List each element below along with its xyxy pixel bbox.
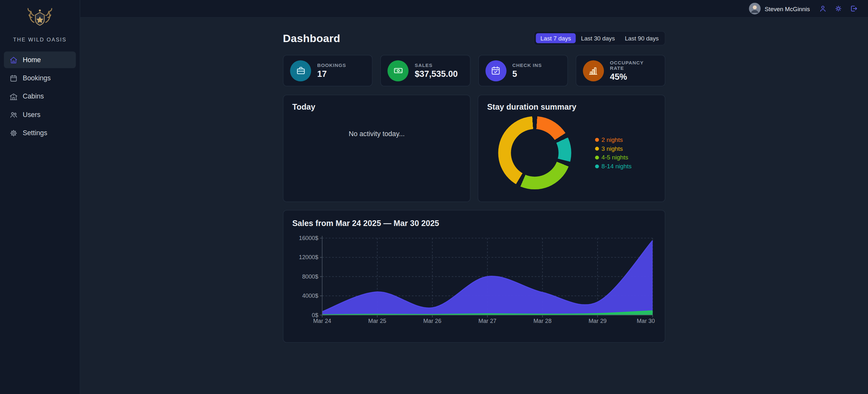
today-empty-message: No activity today...	[292, 130, 461, 138]
stat-card-sales: SALES $37,535.00	[380, 55, 470, 86]
x-tick-label: Mar 27	[478, 317, 496, 324]
header-actions	[818, 3, 859, 14]
gear-icon	[9, 129, 18, 137]
today-title: Today	[292, 102, 461, 111]
sidebar-item-users[interactable]: Users	[4, 107, 76, 123]
stay-duration-donut	[498, 116, 571, 189]
y-tick-label: 12000$	[299, 254, 318, 261]
dark-mode-toggle[interactable]	[833, 3, 843, 14]
stats-row: BOOKINGS 17 SALES $37,535.00	[283, 55, 665, 86]
stat-label: SALES	[415, 62, 458, 68]
user-name: Steven McGinnis	[765, 5, 810, 12]
stat-card-bookings: BOOKINGS 17	[283, 55, 373, 86]
legend-label: 3 nights	[601, 145, 623, 152]
filter-last-7-days[interactable]: Last 7 days	[536, 33, 576, 43]
header: Steven McGinnis	[80, 0, 868, 18]
legend-label: 2 nights	[601, 136, 623, 143]
sidebar-item-home[interactable]: Home	[4, 52, 76, 68]
legend-item: 8-14 nights	[595, 163, 631, 170]
legend-dot	[595, 138, 599, 142]
legend-item: 4-5 nights	[595, 154, 631, 161]
stay-duration-legend: 2 nights 3 nights 4-5 nights	[595, 136, 631, 169]
stat-value: 17	[317, 69, 346, 79]
legend-label: 8-14 nights	[601, 163, 632, 170]
x-tick-label: Mar 26	[423, 317, 441, 324]
sales-area-chart-svg: 0$4000$8000$12000$16000$Mar 24Mar 25Mar …	[292, 234, 664, 328]
stat-label: OCCUPANCY RATE	[610, 60, 658, 71]
stat-value: $37,535.00	[415, 69, 458, 79]
calendar-check-icon	[490, 65, 501, 76]
stat-label: CHECK INS	[513, 62, 542, 68]
x-tick-label: Mar 25	[368, 317, 386, 324]
stay-duration-title: Stay duration summary	[487, 102, 656, 111]
legend-item: 2 nights	[595, 136, 631, 143]
stat-value: 5	[513, 69, 542, 79]
stat-card-check-ins: CHECK INS 5	[478, 55, 568, 86]
stat-icon-circle	[583, 60, 604, 81]
date-range-filter: Last 7 days Last 30 days Last 90 days	[534, 31, 665, 45]
sidebar-item-label: Users	[23, 111, 40, 118]
logout-button[interactable]	[848, 3, 859, 14]
y-tick-label: 16000$	[299, 235, 318, 241]
sidebar-item-label: Cabins	[23, 92, 44, 100]
app-name: THE WILD OASIS	[13, 37, 67, 43]
sidebar-nav: Home Bookings Cabins Users	[0, 52, 80, 141]
user-chip: Steven McGinnis	[749, 3, 810, 14]
filter-last-90-days[interactable]: Last 90 days	[620, 33, 663, 43]
cabin-icon	[9, 92, 18, 100]
bar-chart-icon	[588, 65, 598, 76]
app-logo-image	[25, 5, 55, 33]
x-tick-label: Mar 30	[637, 317, 655, 324]
stay-duration-card: Stay duration summary 2 nights 3 nights	[478, 95, 665, 202]
y-tick-label: 4000$	[302, 292, 318, 299]
sales-chart-card: Sales from Mar 24 2025 — Mar 30 2025 0$4…	[283, 210, 665, 343]
x-tick-label: Mar 24	[313, 317, 331, 324]
filter-last-30-days[interactable]: Last 30 days	[577, 33, 619, 43]
app-logo: THE WILD OASIS	[0, 5, 80, 42]
legend-dot	[595, 164, 599, 168]
sidebar-item-cabins[interactable]: Cabins	[4, 88, 76, 104]
legend-dot	[595, 155, 599, 159]
banknotes-icon	[393, 65, 403, 76]
main-area: Dashboard Last 7 days Last 30 days Last …	[80, 18, 868, 394]
users-icon	[9, 111, 18, 119]
sidebar-item-label: Home	[23, 56, 41, 63]
sidebar-item-label: Settings	[23, 129, 47, 137]
stat-card-occupancy: OCCUPANCY RATE 45%	[576, 55, 665, 86]
stat-icon-circle	[485, 60, 506, 81]
y-tick-label: 8000$	[302, 273, 318, 280]
calendar-icon	[9, 74, 18, 82]
avatar-image	[749, 3, 761, 14]
sales-area-chart: 0$4000$8000$12000$16000$Mar 24Mar 25Mar …	[292, 234, 656, 330]
user-icon	[818, 4, 827, 13]
sidebar-item-settings[interactable]: Settings	[4, 125, 76, 141]
sidebar: THE WILD OASIS Home Bookings Cabins	[0, 0, 80, 394]
avatar	[749, 3, 761, 14]
x-tick-label: Mar 28	[533, 317, 552, 324]
user-button[interactable]	[818, 3, 828, 14]
page-title: Dashboard	[283, 32, 340, 44]
briefcase-icon	[296, 65, 306, 76]
stat-value: 45%	[610, 72, 658, 82]
today-activity-card: Today No activity today...	[283, 95, 471, 202]
stat-icon-circle	[290, 60, 311, 81]
legend-label: 4-5 nights	[601, 154, 628, 161]
stat-label: BOOKINGS	[317, 62, 346, 68]
sales-chart-title: Sales from Mar 24 2025 — Mar 30 2025	[292, 219, 656, 228]
legend-item: 3 nights	[595, 145, 631, 152]
stat-icon-circle	[388, 60, 408, 81]
legend-dot	[595, 146, 599, 150]
home-icon	[9, 56, 18, 64]
sun-icon	[834, 4, 842, 13]
app-root: THE WILD OASIS Home Bookings Cabins	[0, 0, 868, 394]
sidebar-item-bookings[interactable]: Bookings	[4, 70, 76, 86]
x-tick-label: Mar 29	[589, 317, 607, 324]
sidebar-item-label: Bookings	[23, 74, 51, 82]
logout-icon	[850, 4, 858, 13]
